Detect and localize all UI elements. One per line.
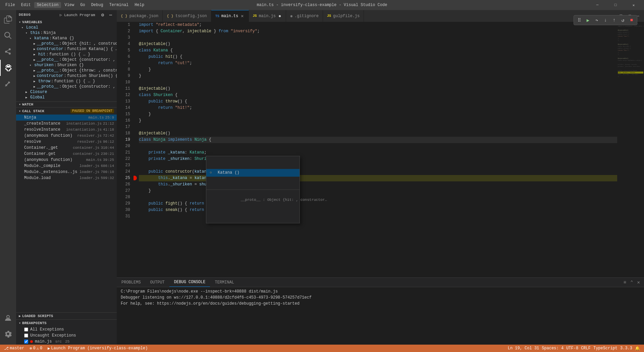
tab-problems[interactable]: PROBLEMS xyxy=(117,278,146,287)
menu-selection[interactable]: Selection xyxy=(34,2,61,8)
close-panel-icon[interactable]: ✕ xyxy=(636,279,641,286)
account-icon[interactable] xyxy=(0,310,16,326)
loaded-scripts-chevron-icon: ▶ xyxy=(19,314,21,318)
more-options-icon[interactable]: ⋯ xyxy=(107,11,114,18)
stack-item-anon2[interactable]: (anonymous function) main.ts39:25 xyxy=(16,157,117,163)
var-this[interactable]: ▾ this: Ninja xyxy=(16,30,117,36)
explorer-activity-icon[interactable] xyxy=(0,11,16,28)
stack-item-resolve[interactable]: resolve resolver.js96:12 xyxy=(16,139,117,145)
code-editor[interactable]: 1 2 3 4 5 6 7 8 9 10 11 12 13 14 15 16 1… xyxy=(117,22,644,277)
debug-grip-icon[interactable]: ⠿ xyxy=(575,16,583,24)
loaded-scripts-section: ▶ LOADED SCRIPTS xyxy=(16,312,117,319)
restart-button[interactable]: ↺ xyxy=(619,16,627,24)
close-main-ts-icon[interactable]: ✕ xyxy=(240,13,244,19)
maximize-button[interactable]: □ xyxy=(608,0,623,10)
stack-item-module-compile[interactable]: Module._compile loader.js686:14 xyxy=(16,163,117,169)
menu-file[interactable]: File xyxy=(3,2,18,8)
watch-section-header[interactable]: ▾ WATCH xyxy=(16,102,117,107)
code-content[interactable]: import "reflect-metadata"; import { Cont… xyxy=(133,22,617,277)
tab-terminal[interactable]: TERMINAL xyxy=(210,278,239,287)
tab-main-ts[interactable]: TS main.ts ✕ xyxy=(211,10,249,22)
debug-activity-icon[interactable] xyxy=(0,60,16,76)
code-line-6: public hit() { xyxy=(139,54,617,60)
minimize-button[interactable]: ─ xyxy=(590,0,605,10)
tab-output[interactable]: OUTPUT xyxy=(146,278,169,287)
bp-main-js-checkbox[interactable] xyxy=(24,340,28,344)
git-activity-icon[interactable] xyxy=(0,44,16,60)
settings-activity-icon[interactable] xyxy=(0,326,16,342)
indentation-status[interactable]: Spaces: 4 xyxy=(540,345,565,352)
tab-gulpfile[interactable]: JS gulpfile.js xyxy=(323,10,364,22)
menu-terminal[interactable]: Terminal xyxy=(107,2,131,8)
bp-uncaught-exceptions-checkbox[interactable] xyxy=(24,334,28,338)
var-hit[interactable]: ▶ hit: function () { … } xyxy=(16,52,117,57)
sidebar-title: DEBUG xyxy=(19,13,57,17)
var-katana[interactable]: ▾ katana: Katana {} xyxy=(16,36,117,41)
stack-item-anon1[interactable]: (anonymous function) resolver.js72:42 xyxy=(16,133,117,139)
menu-view[interactable]: View xyxy=(62,2,77,8)
encoding-status[interactable]: UTF-8 xyxy=(565,345,580,352)
close-main-js-icon[interactable]: ● xyxy=(278,13,282,19)
language-status[interactable]: TypeScript xyxy=(592,345,619,352)
line-ending-status[interactable]: CRLF xyxy=(580,345,592,352)
var-proto-3[interactable]: ▶ __proto__: Object {throw: , constructo… xyxy=(16,68,117,73)
step-over-button[interactable]: ↷ xyxy=(593,16,601,24)
var-throw[interactable]: ▶ throw: function () { … } xyxy=(16,79,117,84)
collapse-all-icon[interactable]: ⌃ xyxy=(629,279,634,286)
menu-go[interactable]: Go xyxy=(77,2,88,8)
tab-tsconfig-json[interactable]: { } tsconfig.json xyxy=(163,10,211,22)
stack-item-ninja[interactable]: Ninja main.ts25:9 xyxy=(16,115,117,121)
bp-all-exceptions-checkbox[interactable] xyxy=(24,327,28,332)
step-out-button[interactable]: ↑ xyxy=(610,16,618,24)
breakpoints-section: ▾ BREAKPOINTS All Exceptions Uncaught Ex… xyxy=(16,319,117,345)
stop-button[interactable]: ■ xyxy=(628,16,636,24)
step-into-button[interactable]: ↓ xyxy=(601,16,609,24)
stack-item-container-get2[interactable]: Container.get container.js230:21 xyxy=(16,151,117,157)
search-activity-icon[interactable] xyxy=(0,28,16,44)
var-proto-2[interactable]: ▶ __proto__: Object {constructor: , _def… xyxy=(16,57,117,62)
stack-item-module-ext[interactable]: Module._extensions..js loader.js700:10 xyxy=(16,169,117,175)
list-view-icon[interactable]: ≡ xyxy=(622,279,628,286)
errors-status[interactable]: ⊗ 0 ⚠ 0 xyxy=(28,345,44,352)
stack-item-resolveinstance[interactable]: resolveInstance instantiation.js41:18 xyxy=(16,127,117,133)
tab-gitignore[interactable]: ◉ .gitignore xyxy=(286,10,323,22)
continue-button[interactable]: ▶ xyxy=(584,16,592,24)
gear-debug-icon[interactable]: ⚙ xyxy=(99,11,106,18)
var-constructor-1[interactable]: ▶ constructor: function Katana() { … } xyxy=(16,46,117,52)
notification-status[interactable]: 🔔 xyxy=(634,345,641,352)
ctor1-chevron-icon: ▶ xyxy=(34,47,35,51)
throw-chevron-icon: ▶ xyxy=(34,80,37,83)
var-proto-1[interactable]: ▶ __proto__: Object {hit: , constructor:… xyxy=(16,41,117,46)
status-right: Ln 19, Col 31 Spaces: 4 UTF-8 CRLF TypeS… xyxy=(506,345,641,352)
stack-item-container-get[interactable]: Container._get container.js310:44 xyxy=(16,145,117,151)
notification-icon: 🔔 xyxy=(635,346,640,351)
callstack-header[interactable]: ▾ CALL STACK PAUSED ON BREAKPOINT xyxy=(16,107,117,115)
tab-debug-console[interactable]: DEBUG CONSOLE xyxy=(169,278,210,287)
var-local[interactable]: ▾ Local xyxy=(16,25,117,30)
var-proto-4[interactable]: ▶ __proto__: Object {constructor: , _def… xyxy=(16,84,117,89)
breakpoints-header[interactable]: ▾ BREAKPOINTS xyxy=(16,320,117,326)
debug-launch-status[interactable]: ▶ Launch Program (inversify-class-exampl… xyxy=(46,345,149,352)
menu-edit[interactable]: Edit xyxy=(18,2,34,8)
stack-item-createinstance[interactable]: _createInstance instantiation.js21:12 xyxy=(16,121,117,127)
close-button[interactable]: ✕ xyxy=(626,0,641,10)
bp-main-js[interactable]: main.js src 25 xyxy=(16,339,117,345)
menu-help[interactable]: Help xyxy=(132,2,147,8)
var-shuriken[interactable]: ▾ shuriken: Shuriken {} xyxy=(16,62,117,68)
tab-package-json[interactable]: { } package.json xyxy=(117,10,163,22)
main-js-icon: JS xyxy=(253,14,257,18)
variables-section-header[interactable]: ▾ VARIABLES xyxy=(16,19,117,25)
cursor-position-status[interactable]: Ln 19, Col 31 xyxy=(506,345,541,352)
loaded-scripts-header[interactable]: ▶ LOADED SCRIPTS xyxy=(16,313,117,319)
bp-uncaught-exceptions[interactable]: Uncaught Exceptions xyxy=(16,333,117,339)
menu-debug[interactable]: Debug xyxy=(89,2,106,8)
var-closure[interactable]: ▶ Closure xyxy=(16,89,117,95)
bp-all-exceptions[interactable]: All Exceptions xyxy=(16,326,117,333)
var-global[interactable]: ▶ Global xyxy=(16,95,117,100)
git-branch-status[interactable]: ⎇ master xyxy=(3,345,25,352)
stack-item-module-load[interactable]: Module.load loader.js599:32 xyxy=(16,175,117,181)
tab-main-js[interactable]: JS main.js ● xyxy=(249,10,286,22)
autocomplete-item-1[interactable]: ○ Katana () xyxy=(206,169,300,177)
var-constructor-2[interactable]: ▶ constructor: function Shuriken() { … } xyxy=(16,73,117,79)
extensions-activity-icon[interactable] xyxy=(0,76,16,92)
